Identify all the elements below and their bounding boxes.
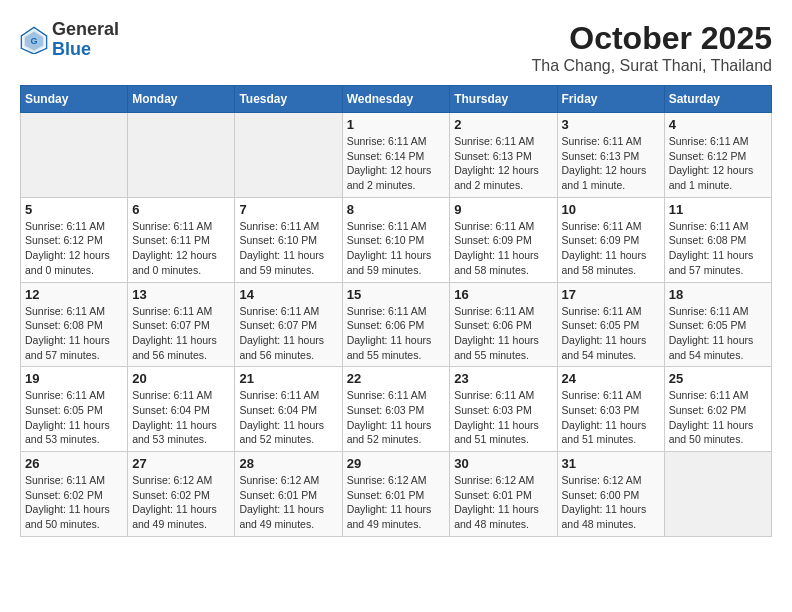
calendar-title: October 2025 [532, 20, 772, 57]
cell-info: Sunrise: 6:11 AM Sunset: 6:05 PM Dayligh… [669, 304, 767, 363]
title-block: October 2025 Tha Chang, Surat Thani, Tha… [532, 20, 772, 75]
calendar-cell: 15Sunrise: 6:11 AM Sunset: 6:06 PM Dayli… [342, 282, 450, 367]
cell-info: Sunrise: 6:12 AM Sunset: 6:01 PM Dayligh… [347, 473, 446, 532]
calendar-cell: 16Sunrise: 6:11 AM Sunset: 6:06 PM Dayli… [450, 282, 557, 367]
cell-info: Sunrise: 6:11 AM Sunset: 6:10 PM Dayligh… [239, 219, 337, 278]
calendar-cell: 12Sunrise: 6:11 AM Sunset: 6:08 PM Dayli… [21, 282, 128, 367]
cell-info: Sunrise: 6:11 AM Sunset: 6:08 PM Dayligh… [25, 304, 123, 363]
calendar-week-row: 19Sunrise: 6:11 AM Sunset: 6:05 PM Dayli… [21, 367, 772, 452]
calendar-week-row: 12Sunrise: 6:11 AM Sunset: 6:08 PM Dayli… [21, 282, 772, 367]
cell-day-number: 28 [239, 456, 337, 471]
cell-info: Sunrise: 6:11 AM Sunset: 6:14 PM Dayligh… [347, 134, 446, 193]
cell-day-number: 14 [239, 287, 337, 302]
cell-info: Sunrise: 6:11 AM Sunset: 6:06 PM Dayligh… [454, 304, 552, 363]
cell-day-number: 17 [562, 287, 660, 302]
logo-general: General [52, 20, 119, 40]
logo-blue: Blue [52, 40, 119, 60]
cell-day-number: 30 [454, 456, 552, 471]
calendar-cell: 22Sunrise: 6:11 AM Sunset: 6:03 PM Dayli… [342, 367, 450, 452]
calendar-cell: 3Sunrise: 6:11 AM Sunset: 6:13 PM Daylig… [557, 113, 664, 198]
calendar-table: SundayMondayTuesdayWednesdayThursdayFrid… [20, 85, 772, 537]
weekday-header: Friday [557, 86, 664, 113]
calendar-cell: 27Sunrise: 6:12 AM Sunset: 6:02 PM Dayli… [128, 452, 235, 537]
calendar-header-row: SundayMondayTuesdayWednesdayThursdayFrid… [21, 86, 772, 113]
cell-info: Sunrise: 6:11 AM Sunset: 6:03 PM Dayligh… [454, 388, 552, 447]
cell-info: Sunrise: 6:11 AM Sunset: 6:04 PM Dayligh… [239, 388, 337, 447]
calendar-cell: 10Sunrise: 6:11 AM Sunset: 6:09 PM Dayli… [557, 197, 664, 282]
cell-day-number: 24 [562, 371, 660, 386]
svg-text:G: G [30, 36, 37, 46]
calendar-cell: 8Sunrise: 6:11 AM Sunset: 6:10 PM Daylig… [342, 197, 450, 282]
cell-day-number: 12 [25, 287, 123, 302]
cell-day-number: 22 [347, 371, 446, 386]
calendar-cell: 9Sunrise: 6:11 AM Sunset: 6:09 PM Daylig… [450, 197, 557, 282]
weekday-header: Sunday [21, 86, 128, 113]
calendar-cell: 13Sunrise: 6:11 AM Sunset: 6:07 PM Dayli… [128, 282, 235, 367]
weekday-header: Wednesday [342, 86, 450, 113]
calendar-cell: 21Sunrise: 6:11 AM Sunset: 6:04 PM Dayli… [235, 367, 342, 452]
cell-day-number: 2 [454, 117, 552, 132]
cell-day-number: 31 [562, 456, 660, 471]
cell-day-number: 8 [347, 202, 446, 217]
weekday-header: Monday [128, 86, 235, 113]
calendar-cell: 11Sunrise: 6:11 AM Sunset: 6:08 PM Dayli… [664, 197, 771, 282]
calendar-cell: 30Sunrise: 6:12 AM Sunset: 6:01 PM Dayli… [450, 452, 557, 537]
cell-info: Sunrise: 6:11 AM Sunset: 6:13 PM Dayligh… [454, 134, 552, 193]
calendar-cell [235, 113, 342, 198]
cell-day-number: 29 [347, 456, 446, 471]
logo: G General Blue [20, 20, 119, 60]
cell-info: Sunrise: 6:11 AM Sunset: 6:12 PM Dayligh… [669, 134, 767, 193]
cell-info: Sunrise: 6:11 AM Sunset: 6:09 PM Dayligh… [562, 219, 660, 278]
calendar-cell [664, 452, 771, 537]
calendar-subtitle: Tha Chang, Surat Thani, Thailand [532, 57, 772, 75]
cell-day-number: 20 [132, 371, 230, 386]
calendar-week-row: 1Sunrise: 6:11 AM Sunset: 6:14 PM Daylig… [21, 113, 772, 198]
calendar-cell: 5Sunrise: 6:11 AM Sunset: 6:12 PM Daylig… [21, 197, 128, 282]
cell-info: Sunrise: 6:11 AM Sunset: 6:07 PM Dayligh… [239, 304, 337, 363]
page-header: G General Blue October 2025 Tha Chang, S… [20, 20, 772, 75]
calendar-week-row: 26Sunrise: 6:11 AM Sunset: 6:02 PM Dayli… [21, 452, 772, 537]
cell-info: Sunrise: 6:11 AM Sunset: 6:13 PM Dayligh… [562, 134, 660, 193]
cell-day-number: 15 [347, 287, 446, 302]
calendar-cell [21, 113, 128, 198]
cell-info: Sunrise: 6:11 AM Sunset: 6:04 PM Dayligh… [132, 388, 230, 447]
cell-day-number: 19 [25, 371, 123, 386]
cell-info: Sunrise: 6:11 AM Sunset: 6:10 PM Dayligh… [347, 219, 446, 278]
calendar-week-row: 5Sunrise: 6:11 AM Sunset: 6:12 PM Daylig… [21, 197, 772, 282]
calendar-cell: 1Sunrise: 6:11 AM Sunset: 6:14 PM Daylig… [342, 113, 450, 198]
cell-day-number: 23 [454, 371, 552, 386]
logo-text: General Blue [52, 20, 119, 60]
weekday-header: Saturday [664, 86, 771, 113]
cell-info: Sunrise: 6:11 AM Sunset: 6:05 PM Dayligh… [25, 388, 123, 447]
cell-info: Sunrise: 6:11 AM Sunset: 6:02 PM Dayligh… [669, 388, 767, 447]
calendar-cell: 4Sunrise: 6:11 AM Sunset: 6:12 PM Daylig… [664, 113, 771, 198]
cell-info: Sunrise: 6:12 AM Sunset: 6:02 PM Dayligh… [132, 473, 230, 532]
cell-day-number: 4 [669, 117, 767, 132]
cell-day-number: 3 [562, 117, 660, 132]
cell-day-number: 18 [669, 287, 767, 302]
cell-info: Sunrise: 6:12 AM Sunset: 6:00 PM Dayligh… [562, 473, 660, 532]
calendar-cell [128, 113, 235, 198]
cell-info: Sunrise: 6:11 AM Sunset: 6:03 PM Dayligh… [562, 388, 660, 447]
calendar-cell: 23Sunrise: 6:11 AM Sunset: 6:03 PM Dayli… [450, 367, 557, 452]
cell-day-number: 13 [132, 287, 230, 302]
cell-info: Sunrise: 6:11 AM Sunset: 6:11 PM Dayligh… [132, 219, 230, 278]
calendar-cell: 29Sunrise: 6:12 AM Sunset: 6:01 PM Dayli… [342, 452, 450, 537]
cell-info: Sunrise: 6:12 AM Sunset: 6:01 PM Dayligh… [239, 473, 337, 532]
calendar-cell: 31Sunrise: 6:12 AM Sunset: 6:00 PM Dayli… [557, 452, 664, 537]
calendar-cell: 14Sunrise: 6:11 AM Sunset: 6:07 PM Dayli… [235, 282, 342, 367]
calendar-cell: 24Sunrise: 6:11 AM Sunset: 6:03 PM Dayli… [557, 367, 664, 452]
calendar-cell: 17Sunrise: 6:11 AM Sunset: 6:05 PM Dayli… [557, 282, 664, 367]
cell-day-number: 9 [454, 202, 552, 217]
cell-day-number: 16 [454, 287, 552, 302]
cell-day-number: 7 [239, 202, 337, 217]
calendar-cell: 2Sunrise: 6:11 AM Sunset: 6:13 PM Daylig… [450, 113, 557, 198]
calendar-cell: 25Sunrise: 6:11 AM Sunset: 6:02 PM Dayli… [664, 367, 771, 452]
calendar-cell: 26Sunrise: 6:11 AM Sunset: 6:02 PM Dayli… [21, 452, 128, 537]
calendar-cell: 28Sunrise: 6:12 AM Sunset: 6:01 PM Dayli… [235, 452, 342, 537]
cell-info: Sunrise: 6:11 AM Sunset: 6:09 PM Dayligh… [454, 219, 552, 278]
calendar-cell: 6Sunrise: 6:11 AM Sunset: 6:11 PM Daylig… [128, 197, 235, 282]
calendar-cell: 18Sunrise: 6:11 AM Sunset: 6:05 PM Dayli… [664, 282, 771, 367]
cell-day-number: 1 [347, 117, 446, 132]
calendar-cell: 20Sunrise: 6:11 AM Sunset: 6:04 PM Dayli… [128, 367, 235, 452]
